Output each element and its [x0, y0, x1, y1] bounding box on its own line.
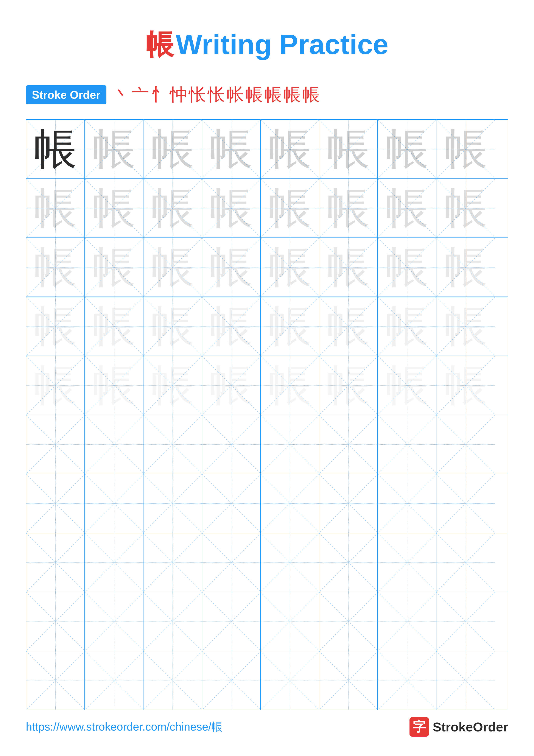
grid-cell-9-3[interactable] [143, 592, 202, 651]
svg-line-117 [143, 533, 202, 592]
grid-cell-4-4[interactable]: 帳 [202, 297, 261, 356]
grid-cell-2-7[interactable]: 帳 [378, 179, 436, 237]
grid-cell-2-2[interactable]: 帳 [85, 179, 143, 237]
char-guide: 帳 [268, 356, 311, 415]
grid-cell-2-4[interactable]: 帳 [202, 179, 261, 237]
grid-cell-4-6[interactable]: 帳 [319, 297, 378, 356]
grid-cell-9-7[interactable] [378, 592, 436, 651]
svg-line-151 [202, 651, 260, 710]
grid-cell-4-3[interactable]: 帳 [143, 297, 202, 356]
grid-cell-2-3[interactable]: 帳 [143, 179, 202, 237]
grid-cell-6-7[interactable] [378, 415, 436, 474]
grid-cell-8-1[interactable] [26, 533, 85, 592]
grid-cell-5-3[interactable]: 帳 [143, 356, 202, 415]
grid-cell-2-5[interactable]: 帳 [261, 179, 319, 237]
grid-cell-4-1[interactable]: 帳 [26, 297, 85, 356]
grid-cell-3-5[interactable]: 帳 [261, 238, 319, 297]
grid-cell-1-6[interactable]: 帳 [319, 120, 378, 178]
grid-cell-9-8[interactable] [436, 592, 495, 651]
grid-cell-8-8[interactable] [436, 533, 495, 592]
grid-cell-1-1[interactable]: 帳 [26, 120, 85, 178]
grid-cell-8-4[interactable] [202, 533, 261, 592]
grid-cell-3-6[interactable]: 帳 [319, 238, 378, 297]
stroke-7: 帐 [227, 83, 244, 106]
footer-url[interactable]: https://www.strokeorder.com/chinese/帳 [26, 719, 222, 735]
grid-cell-10-6[interactable] [319, 651, 378, 710]
grid-cell-3-3[interactable]: 帳 [143, 238, 202, 297]
char-guide: 帳 [151, 356, 194, 415]
grid-cell-6-2[interactable] [85, 415, 143, 474]
char-guide: 帳 [444, 356, 487, 415]
grid-cell-7-3[interactable] [143, 474, 202, 533]
grid-cell-7-6[interactable] [319, 474, 378, 533]
char-guide: 帳 [327, 305, 370, 348]
grid-cell-6-3[interactable] [143, 415, 202, 474]
grid-cell-2-8[interactable]: 帳 [436, 179, 495, 237]
grid-cell-4-8[interactable]: 帳 [436, 297, 495, 356]
grid-cell-7-2[interactable] [85, 474, 143, 533]
grid-cell-8-6[interactable] [319, 533, 378, 592]
grid-cell-7-1[interactable] [26, 474, 85, 533]
grid-cell-1-4[interactable]: 帳 [202, 120, 261, 178]
grid-cell-5-2[interactable]: 帳 [85, 356, 143, 415]
grid-cell-5-7[interactable]: 帳 [378, 356, 436, 415]
svg-line-107 [319, 474, 377, 533]
grid-cell-9-2[interactable] [85, 592, 143, 651]
grid-cell-10-4[interactable] [202, 651, 261, 710]
grid-cell-10-5[interactable] [261, 651, 319, 710]
grid-cell-3-8[interactable]: 帳 [436, 238, 495, 297]
svg-line-101 [143, 474, 202, 533]
grid-cell-6-1[interactable] [26, 415, 85, 474]
grid-cell-7-4[interactable] [202, 474, 261, 533]
grid-cell-1-2[interactable]: 帳 [85, 120, 143, 178]
svg-line-157 [378, 651, 436, 710]
svg-line-127 [436, 533, 495, 592]
grid-cell-7-5[interactable] [261, 474, 319, 533]
grid-cell-6-8[interactable] [436, 415, 495, 474]
grid-cell-5-6[interactable]: 帳 [319, 356, 378, 415]
grid-cell-8-3[interactable] [143, 533, 202, 592]
grid-cell-5-5[interactable]: 帳 [261, 356, 319, 415]
grid-cell-8-2[interactable] [85, 533, 143, 592]
grid-cell-1-3[interactable]: 帳 [143, 120, 202, 178]
grid-cell-6-5[interactable] [261, 415, 319, 474]
grid-cell-4-7[interactable]: 帳 [378, 297, 436, 356]
svg-line-124 [378, 533, 436, 592]
grid-cell-7-8[interactable] [436, 474, 495, 533]
grid-cell-10-3[interactable] [143, 651, 202, 710]
grid-cell-5-1[interactable]: 帳 [26, 356, 85, 415]
grid-cell-10-2[interactable] [85, 651, 143, 710]
grid-cell-3-2[interactable]: 帳 [85, 238, 143, 297]
grid-cell-5-4[interactable]: 帳 [202, 356, 261, 415]
grid-cell-10-8[interactable] [436, 651, 495, 710]
grid-cell-1-8[interactable]: 帳 [436, 120, 495, 178]
grid-cell-6-4[interactable] [202, 415, 261, 474]
grid-cell-9-1[interactable] [26, 592, 85, 651]
grid-cell-9-6[interactable] [319, 592, 378, 651]
grid-cell-5-8[interactable]: 帳 [436, 356, 495, 415]
grid-cell-3-4[interactable]: 帳 [202, 238, 261, 297]
svg-line-93 [378, 415, 436, 474]
grid-cell-2-1[interactable]: 帳 [26, 179, 85, 237]
grid-cell-2-6[interactable]: 帳 [319, 179, 378, 237]
grid-cell-9-5[interactable] [261, 592, 319, 651]
svg-line-140 [378, 592, 436, 651]
grid-cell-6-6[interactable] [319, 415, 378, 474]
svg-line-119 [202, 533, 260, 592]
grid-cell-3-7[interactable]: 帳 [378, 238, 436, 297]
char-guide: 帳 [92, 246, 136, 289]
stroke-9: 帳 [265, 83, 282, 106]
grid-cell-8-7[interactable] [378, 533, 436, 592]
svg-line-134 [202, 592, 260, 651]
grid-cell-3-1[interactable]: 帳 [26, 238, 85, 297]
grid-cell-8-5[interactable] [261, 533, 319, 592]
svg-line-114 [85, 533, 143, 592]
grid-cell-1-5[interactable]: 帳 [261, 120, 319, 178]
grid-cell-4-5[interactable]: 帳 [261, 297, 319, 356]
grid-cell-9-4[interactable] [202, 592, 261, 651]
grid-cell-10-7[interactable] [378, 651, 436, 710]
grid-cell-4-2[interactable]: 帳 [85, 297, 143, 356]
grid-cell-10-1[interactable] [26, 651, 85, 710]
grid-cell-7-7[interactable] [378, 474, 436, 533]
grid-cell-1-7[interactable]: 帳 [378, 120, 436, 178]
